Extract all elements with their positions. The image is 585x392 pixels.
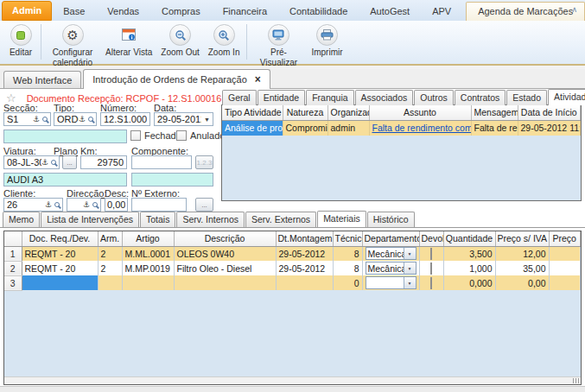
link-icon[interactable]: ⚓ bbox=[79, 116, 86, 123]
anulado-checkbox[interactable] bbox=[176, 130, 187, 141]
descricao-cell[interactable]: OLEOS 0W40 bbox=[174, 246, 276, 261]
tab-memo[interactable]: Memo bbox=[3, 212, 40, 227]
tab-apv[interactable]: APV bbox=[421, 3, 462, 21]
col-preco[interactable]: Preço bbox=[549, 231, 581, 246]
tab-entidade[interactable]: Entidade bbox=[258, 90, 305, 105]
scrollbar-grip[interactable] bbox=[573, 378, 579, 383]
tab-vendas[interactable]: Vendas bbox=[96, 3, 150, 21]
quantidade-cell[interactable]: 0,000 bbox=[443, 275, 495, 290]
preco-siva-cell[interactable]: 35,00 bbox=[495, 261, 549, 275]
doc-cell-selected[interactable] bbox=[22, 275, 98, 290]
row-selector[interactable]: 2 bbox=[4, 261, 22, 275]
quantidade-cell[interactable]: 1,000 bbox=[443, 261, 495, 275]
tab-serv-internos[interactable]: Serv. Internos bbox=[176, 212, 245, 227]
departamento-dropdown[interactable]: ▼ bbox=[366, 276, 416, 289]
tab-lista-intervencoes[interactable]: Lista de Intervenções bbox=[41, 212, 139, 227]
fechado-checkbox[interactable] bbox=[130, 130, 141, 141]
tab-autogest[interactable]: AutoGest bbox=[359, 3, 421, 21]
col-artigo[interactable]: Artigo bbox=[122, 231, 174, 246]
tipo-field[interactable]: ORDOF ⚓ bbox=[54, 112, 97, 126]
tab-franquia[interactable]: Franquia bbox=[306, 90, 353, 105]
row-selector[interactable]: 3 bbox=[4, 275, 22, 290]
km-field[interactable]: 29750 bbox=[80, 155, 127, 169]
componente-count-button[interactable]: 1.2.3 bbox=[195, 155, 213, 169]
pre-visualizar-button[interactable]: Pré-Visualizar bbox=[250, 22, 307, 61]
tab-estado[interactable]: Estado bbox=[506, 90, 547, 105]
tab-admin[interactable]: Admin bbox=[2, 1, 52, 21]
activity-mensagem-cell[interactable]: Falta de rendi... bbox=[471, 120, 518, 136]
tab-agenda-de-marcacoes[interactable]: Agenda de Marcações bbox=[466, 2, 585, 21]
tab-outros[interactable]: Outros bbox=[414, 90, 454, 105]
tab-serv-externos[interactable]: Serv. Externos bbox=[245, 212, 316, 227]
preco-cell[interactable] bbox=[549, 275, 581, 290]
devol-checkbox[interactable] bbox=[430, 262, 432, 275]
arm-cell[interactable]: 2 bbox=[98, 261, 122, 275]
activity-natureza-cell[interactable]: Compromisso... bbox=[283, 120, 327, 136]
link-icon[interactable]: ⚓ bbox=[45, 201, 52, 209]
close-icon[interactable]: × bbox=[255, 74, 261, 85]
activity-assunto-cell[interactable]: Falta de rendimento com AC ligado bbox=[369, 120, 471, 136]
col-descricao[interactable]: Descrição bbox=[174, 231, 276, 246]
col-tecnico[interactable]: Técnico bbox=[333, 231, 362, 246]
col-doc-req-dev[interactable]: Doc. Req./Dev. bbox=[22, 231, 98, 246]
externo-field[interactable] bbox=[131, 198, 187, 212]
dt-cell[interactable]: 29-05-2012 bbox=[276, 246, 333, 261]
tab-geral[interactable]: Geral bbox=[222, 90, 257, 105]
col-departamento[interactable]: Departamento bbox=[362, 231, 419, 246]
preco-cell[interactable] bbox=[549, 261, 581, 275]
dropdown-icon[interactable]: ▼ bbox=[404, 248, 416, 259]
tab-compras[interactable]: Compras bbox=[150, 3, 212, 21]
devol-checkbox[interactable] bbox=[430, 277, 432, 289]
tab-associados[interactable]: Associados bbox=[355, 90, 414, 105]
collapse-ribbon-icon[interactable]: ∧ bbox=[571, 5, 577, 14]
col-preco-siva[interactable]: Preço s/ IVA bbox=[495, 231, 549, 246]
tab-contabilidade[interactable]: Contabilidade bbox=[278, 3, 359, 21]
editar-button[interactable]: Editar bbox=[3, 22, 38, 61]
zoom-out-button[interactable]: Zoom Out bbox=[156, 22, 203, 61]
col-devol[interactable]: Devol. bbox=[419, 231, 443, 246]
direccao-field[interactable]: ⚓ bbox=[67, 198, 101, 212]
search-icon[interactable] bbox=[88, 117, 93, 122]
dropdown-icon[interactable]: ▼ bbox=[204, 117, 210, 123]
tecnico-cell[interactable]: 8 bbox=[333, 261, 362, 275]
viatura-field[interactable]: 08-JL-30 ⚓ bbox=[3, 155, 60, 169]
dropdown-icon[interactable]: ▼ bbox=[404, 262, 416, 274]
col-organizador[interactable]: Organizador bbox=[327, 105, 369, 120]
activity-tipo-cell[interactable]: Análise de problema... bbox=[222, 120, 283, 136]
preco-cell[interactable] bbox=[549, 246, 581, 261]
search-icon[interactable] bbox=[51, 160, 56, 165]
tab-base[interactable]: Base bbox=[52, 3, 96, 21]
departamento-dropdown[interactable]: Mecânica ▼ bbox=[366, 262, 416, 275]
search-icon[interactable] bbox=[42, 117, 48, 122]
alterar-vista-button[interactable]: Alterar Vista bbox=[101, 22, 156, 61]
configurar-calendario-button[interactable]: ⚙ Configurar calendário bbox=[44, 22, 101, 61]
plano-browse-button[interactable]: ... bbox=[62, 155, 77, 169]
col-mensagem[interactable]: Mensagem bbox=[471, 105, 518, 120]
desc-field[interactable]: 0,00 bbox=[105, 198, 128, 212]
quantidade-cell[interactable]: 3,500 bbox=[443, 246, 495, 261]
tab-atividades[interactable]: Atividades bbox=[548, 89, 585, 105]
doc-cell[interactable]: REQMT - 20 bbox=[22, 261, 98, 275]
search-icon[interactable] bbox=[92, 202, 98, 207]
seccao-field[interactable]: S1 ⚓ bbox=[3, 112, 51, 126]
doc-cell[interactable]: REQMT - 20 bbox=[22, 246, 98, 261]
externo-browse-button[interactable]: ... bbox=[195, 198, 213, 212]
col-data-inicio[interactable]: Data de Início bbox=[518, 105, 581, 120]
preco-siva-cell[interactable]: 12,00 bbox=[495, 246, 549, 261]
dt-cell[interactable]: 29-05-2012 bbox=[276, 261, 333, 275]
col-natureza[interactable]: Natureza bbox=[283, 105, 327, 120]
assunto-link[interactable]: Falta de rendimento com AC ligado bbox=[372, 123, 472, 133]
data-field[interactable]: 29-05-2012 ▼ bbox=[154, 112, 213, 126]
cliente-field[interactable]: 26 ⚓ bbox=[3, 198, 63, 212]
col-assunto[interactable]: Assunto bbox=[369, 105, 471, 120]
artigo-cell[interactable]: M.ML.0001 bbox=[122, 246, 174, 261]
preco-siva-cell[interactable]: 0,00 bbox=[495, 275, 549, 290]
link-icon[interactable]: ⚓ bbox=[33, 116, 40, 123]
departamento-dropdown[interactable]: Mecânica ▼ bbox=[366, 247, 416, 260]
col-quantidade[interactable]: Quantidade bbox=[443, 231, 495, 246]
descricao-cell[interactable]: Filtro Oleo - Diesel bbox=[174, 261, 276, 275]
col-dt-montagem[interactable]: Dt.Montagem bbox=[276, 231, 333, 246]
col-arm[interactable]: Arm. bbox=[98, 231, 122, 246]
zoom-in-button[interactable]: Zoom In bbox=[204, 22, 245, 61]
tecnico-cell[interactable]: 8 bbox=[333, 246, 362, 261]
